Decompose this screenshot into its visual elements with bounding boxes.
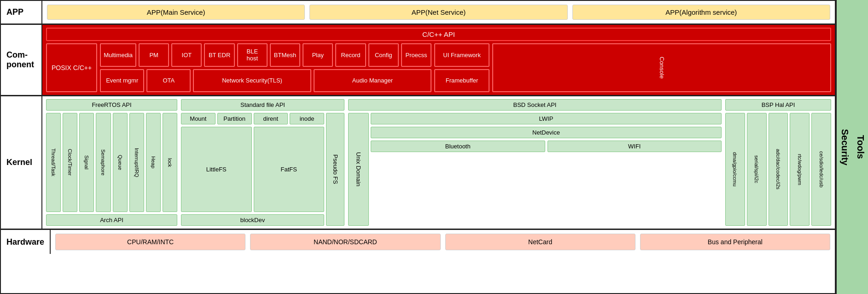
kernel-layer: Kernel FreeRTOS API Thread/Task Clock/Ti… [1, 96, 835, 230]
freertos-inner: Thread/Task Clock/Timer Signal Semaphore… [46, 113, 177, 212]
c-config: Config [368, 43, 399, 67]
k-thread-task: Thread/Task [46, 113, 61, 212]
c-blehost: BLE host [237, 43, 268, 67]
app-box-net: APP(Net Service) [309, 5, 567, 20]
k-bluetooth: Bluetooth [371, 141, 545, 152]
k-signal: Signal [79, 113, 94, 212]
k-blockdev: blockDev [181, 214, 324, 226]
k-inode: inode [290, 113, 324, 124]
k-bsp-rtc: rtc/wdog/pwm [790, 113, 810, 226]
bsd-outer: Unix Domain LWIP NetDevice Bluetooth WIF… [348, 113, 722, 226]
arch-api-label: Arch API [46, 214, 177, 226]
hardware-layer: Hardware CPU/RAM/INTC NAND/NOR/SDCARD Ne… [1, 230, 835, 254]
app-label: APP [1, 1, 42, 24]
c-netsec: Network Security(TLS) [193, 69, 311, 93]
k-semaphore: Semaphore [96, 113, 111, 212]
kernel-label: Kernel [1, 96, 42, 229]
k-dirent: dirent [254, 113, 288, 124]
c-right: UI Framework Framebuffer [434, 43, 489, 92]
hardware-boxes: CPU/RAM/INTC NAND/NOR/SDCARD NetCard Bus… [51, 230, 835, 254]
c-ota: OTA [146, 69, 191, 93]
bsp-api-label: BSP Hal API [725, 99, 831, 111]
k-netdevice: NetDevice [371, 127, 722, 138]
bsd-inner: LWIP NetDevice Bluetooth WIFI [371, 113, 722, 226]
tools-bar: Tools [852, 0, 868, 294]
k-unix-domain: Unix Domain [348, 113, 369, 226]
fs-row2: LittleFS FatFS [181, 127, 324, 212]
k-clock-timer: Clock/Timer [63, 113, 77, 212]
bsd-section: BSD Socket API Unix Domain LWIP NetDevic… [348, 99, 722, 226]
bsp-section: BSP Hal API dma/gpio/ccmu serial/spi/i2c… [725, 99, 831, 226]
c-rows: POSIX C/C++ Multimedia PM IOT BT EDR BLE… [46, 43, 831, 92]
c-proecss: Proecss [401, 43, 431, 67]
stdfile-inner: Mount Partition dirent inode LittleFS Fa… [181, 113, 344, 226]
k-heap: Heap [146, 113, 161, 212]
stdfile-api-label: Standard file API [181, 99, 344, 111]
fs-row1: Mount Partition dirent inode [181, 113, 324, 124]
fs-grid: Mount Partition dirent inode LittleFS Fa… [181, 113, 324, 226]
c-play: Play [303, 43, 333, 67]
hw-bus: Bus and Peripheral [640, 234, 830, 250]
hardware-label: Hardware [1, 230, 51, 254]
c-console: Console [492, 43, 831, 92]
bsp-items: dma/gpio/ccmu serial/spi/i2c adc/dac/cod… [725, 113, 831, 226]
app-box-main: APP(Main Service) [47, 5, 305, 20]
c-framebuffer: Framebuffer [434, 69, 489, 93]
k-queue: Queue [113, 113, 128, 212]
c-row1: Multimedia PM IOT BT EDR BLE host BTMesh… [100, 43, 431, 67]
k-interrupt-irq: Interrupt/IRQ [129, 113, 144, 212]
freertos-section: FreeRTOS API Thread/Task Clock/Timer Sig… [46, 99, 177, 226]
c-api-bar: C/C++ API [46, 28, 831, 41]
k-fatfs: FatFS [254, 127, 325, 212]
k-lock: lock [163, 113, 177, 212]
right-bars: Security Tools [836, 0, 868, 294]
c-multimedia: Multimedia [100, 43, 136, 67]
k-pseudofs: Pseudo FS [326, 113, 344, 226]
stdfile-section: Standard file API Mount Partition dirent… [181, 99, 344, 226]
component-layer: Com- ponent C/C++ API POSIX C/C++ Multim… [1, 25, 835, 96]
component-label: Com- ponent [1, 25, 42, 95]
security-bar: Security [837, 0, 852, 294]
k-lwip: LWIP [371, 113, 722, 124]
c-btedr: BT EDR [204, 43, 234, 67]
app-boxes: APP(Main Service) APP(Net Service) APP(A… [42, 1, 835, 24]
main-content: APP APP(Main Service) APP(Net Service) A… [0, 0, 836, 294]
c-middle: Multimedia PM IOT BT EDR BLE host BTMesh… [100, 43, 431, 92]
posix-item: POSIX C/C++ [46, 43, 97, 92]
c-btmesh: BTMesh [270, 43, 300, 67]
k-bsp-adc: adc/dac/codec/i2s [769, 113, 788, 226]
k-bsp-serial: serial/spi/i2c [747, 113, 767, 226]
k-partition: Partition [217, 113, 252, 124]
hw-nand: NAND/NOR/SDCARD [250, 234, 440, 250]
bsd-api-label: BSD Socket API [348, 99, 722, 111]
kernel-content: FreeRTOS API Thread/Task Clock/Timer Sig… [42, 96, 835, 229]
k-bsp-ce: ce/sdio/ledc/usb [811, 113, 831, 226]
bsd-row: Bluetooth WIFI [371, 141, 722, 152]
freertos-api-label: FreeRTOS API [46, 99, 177, 111]
hw-cpu: CPU/RAM/INTC [55, 234, 245, 250]
app-box-algo: APP(Algorithm service) [572, 5, 830, 20]
c-iot: IOT [171, 43, 202, 67]
k-mount: Mount [181, 113, 216, 124]
hw-netcard: NetCard [445, 234, 635, 250]
app-layer: APP APP(Main Service) APP(Net Service) A… [1, 1, 835, 25]
k-littlefs: LittleFS [181, 127, 252, 212]
k-bsp-dma: dma/gpio/ccmu [725, 113, 745, 226]
component-content: C/C++ API POSIX C/C++ Multimedia PM IOT … [42, 25, 835, 95]
c-row2: Event mgmr OTA Network Security(TLS) Aud… [100, 69, 431, 93]
c-audiomgr: Audio Manager [314, 69, 431, 93]
c-record: Record [335, 43, 366, 67]
k-wifi: WIFI [548, 141, 722, 152]
c-pm: PM [139, 43, 169, 67]
c-eventmgmr: Event mgmr [100, 69, 144, 93]
c-ui-framework: UI Framework [434, 43, 489, 67]
